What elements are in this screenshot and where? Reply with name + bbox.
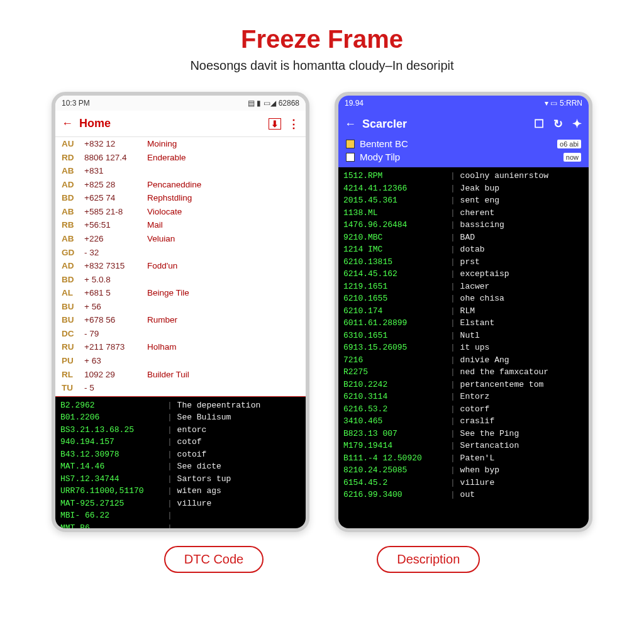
sub-button[interactable]: now <box>564 153 581 162</box>
table-row[interactable]: PU+ 63 <box>55 354 306 368</box>
back-icon[interactable] <box>60 117 74 131</box>
code-cell: 7216 <box>343 354 450 367</box>
label-cell: Pencaneddine <box>147 179 299 191</box>
pill-description[interactable]: Description <box>377 546 480 573</box>
table-row[interactable]: 6011.61.28899Elstant <box>343 317 584 330</box>
download-icon[interactable] <box>268 117 282 131</box>
label-cell: Holham <box>147 341 299 353</box>
code-cell: 6210.3114 <box>343 391 450 403</box>
table-row[interactable]: BU+ 56 <box>55 300 306 314</box>
desc-cell <box>167 509 301 522</box>
code-cell: MMT B6 <box>60 522 167 528</box>
table-row[interactable]: AB+585 21-8Violocate <box>55 205 306 219</box>
subheader-row[interactable]: Bentent BCo6 abi <box>338 137 589 150</box>
table-row[interactable]: 3410.465craslif <box>343 415 584 428</box>
table-row[interactable]: B01.2206See Bulisum <box>60 411 301 424</box>
wifi-icon: ▾ ▭ <box>545 99 557 108</box>
table-row[interactable]: URR76.11000,51170witen ags <box>60 485 301 497</box>
table-row[interactable]: AD+832 7315Fodd'un <box>55 259 306 273</box>
pill-dtc-code[interactable]: DTC Code <box>164 546 264 573</box>
table-row[interactable]: DC- 79 <box>55 327 306 341</box>
code-cell: B210.2242 <box>343 379 450 391</box>
table-row[interactable]: 1512.RPMcoolny aunienrstow <box>343 170 584 182</box>
table-row[interactable]: RB+56:51Mail <box>55 218 306 232</box>
table-row[interactable]: 2015.45.361sent eng <box>343 194 584 207</box>
table-row[interactable]: 6154.45.2villure <box>343 477 584 489</box>
desc-cell: See dicte <box>167 460 301 473</box>
table-row[interactable]: 1219.1651lacwer <box>343 280 584 293</box>
label-cell <box>147 165 299 177</box>
table-row[interactable]: M179.19414Sertancation <box>343 440 584 452</box>
table-row[interactable]: GD- 32 <box>55 246 306 260</box>
value-cell: +56:51 <box>84 219 147 231</box>
desc-cell: Nutl <box>450 330 584 342</box>
phones-container: 10:3 PM ▤ ▮ ▭◢ 62868 Home AU+832 12Moini… <box>52 92 592 532</box>
table-row[interactable]: MBI- 66.22 <box>60 509 301 522</box>
table-row[interactable]: 6210.13815prst <box>343 256 584 269</box>
table-row[interactable]: 4214.41.12366Jeak bup <box>343 182 584 195</box>
desc-cell: dnivie Ang <box>450 354 584 367</box>
table-row[interactable]: MAT-925.27125villure <box>60 497 301 510</box>
table-row[interactable]: 6214.45.162exceptaisp <box>343 268 584 280</box>
black-table: B2.2962The depeentrationB01.2206See Buli… <box>55 397 306 528</box>
table-row[interactable]: AB+226Veluian <box>55 232 306 246</box>
table-row[interactable]: RD8806 127.4Enderable <box>55 151 306 165</box>
table-row[interactable]: MMT B6 <box>60 522 301 528</box>
table-row[interactable]: RU+211 7873Holham <box>55 340 306 354</box>
code-cell: 6216.99.3400 <box>343 489 450 501</box>
code-cell: 1476.96.26484 <box>343 219 450 231</box>
table-row[interactable]: 8210.24.25085when byp <box>343 464 584 477</box>
table-row[interactable]: B823.13 007See the Ping <box>343 428 584 440</box>
table-row[interactable]: AU+832 12Moining <box>55 137 306 151</box>
table-row[interactable]: BS3.21.13.68.25entorc <box>60 424 301 436</box>
table-row[interactable]: 7216dnivie Ang <box>343 354 584 367</box>
table-row[interactable]: RL1092 29Builder Tuil <box>55 368 306 382</box>
code-cell: R2275 <box>343 366 450 379</box>
sub-button[interactable]: o6 abi <box>557 140 581 148</box>
table-row[interactable]: HS7.12.34744Sartors tup <box>60 473 301 486</box>
code-cell: BU <box>62 301 84 313</box>
value-cell: +226 <box>84 233 147 245</box>
table-row[interactable]: 6210.3114Entorz <box>343 391 584 403</box>
table-row[interactable]: 940.194.157cotof <box>60 436 301 448</box>
table-row[interactable]: MAT.14.46See dicte <box>60 460 301 473</box>
status-right: ▤ ▮ ▭◢ 62868 <box>248 99 299 108</box>
code-cell: 940.194.157 <box>60 436 167 448</box>
table-row[interactable]: 6913.15.26095it ups <box>343 341 584 354</box>
table-row[interactable]: 6210.1655ohe chisa <box>343 292 584 305</box>
table-row[interactable]: TU- 5 <box>55 381 306 395</box>
subheader-row[interactable]: Mody Tilpnow <box>338 150 589 164</box>
refresh-icon[interactable] <box>551 117 565 131</box>
table-row[interactable]: 6210.174RLM <box>343 305 584 318</box>
desc-cell: cotof <box>167 436 301 448</box>
table-row[interactable]: B210.2242pertancenteme tom <box>343 379 584 391</box>
table-row[interactable]: BD+ 5.0.8 <box>55 273 306 287</box>
code-cell: BD <box>62 192 84 204</box>
table-row[interactable]: 1138.MLcherent <box>343 207 584 219</box>
table-row[interactable]: 6310.1651Nutl <box>343 330 584 342</box>
table-row[interactable]: AD+825 28Pencaneddine <box>55 178 306 192</box>
menu-icon[interactable] <box>287 117 301 131</box>
box-icon[interactable] <box>532 117 546 131</box>
desc-cell: entorc <box>167 424 301 436</box>
label-cell <box>147 274 299 286</box>
table-row[interactable]: AL+681 5Beinge Tile <box>55 286 306 300</box>
table-row[interactable]: B43.12.30978cotoif <box>60 448 301 461</box>
app-header: Scarcler <box>338 111 589 137</box>
code-cell: AD <box>62 260 84 272</box>
back-icon[interactable] <box>343 117 357 131</box>
table-row[interactable]: BD+625 74Rephstdling <box>55 191 306 205</box>
table-row[interactable]: 1476.96.26484bassicing <box>343 219 584 231</box>
settings-icon[interactable] <box>570 117 584 131</box>
desc-cell: sent eng <box>450 194 584 207</box>
desc-cell: villure <box>450 477 584 489</box>
table-row[interactable]: 1214 IMCdotab <box>343 243 584 256</box>
table-row[interactable]: 9210.MBCBAD <box>343 231 584 244</box>
table-row[interactable]: R2275ned the famxcatour <box>343 366 584 379</box>
table-row[interactable]: B2.2962The depeentration <box>60 399 301 412</box>
table-row[interactable]: BU+678 56Rumber <box>55 313 306 327</box>
table-row[interactable]: AB+831 <box>55 164 306 178</box>
table-row[interactable]: 6216.53.2cotorf <box>343 403 584 416</box>
table-row[interactable]: B111.-4 12.50920Paten'L <box>343 452 584 465</box>
table-row[interactable]: 6216.99.3400out <box>343 489 584 501</box>
